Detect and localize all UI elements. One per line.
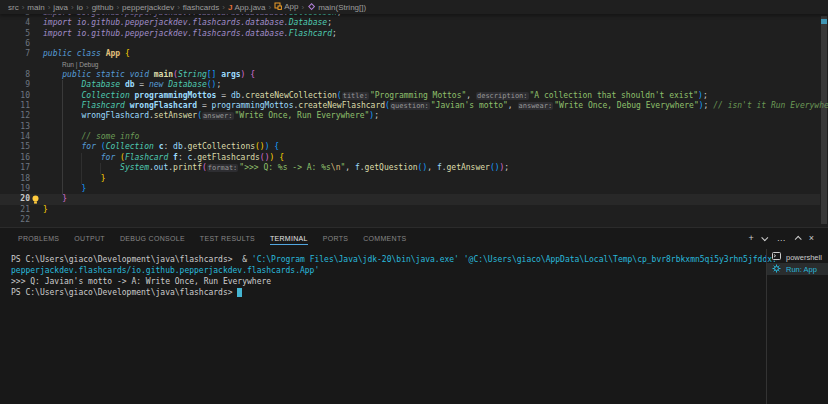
breadcrumb-item[interactable]: flashcards: [183, 3, 219, 12]
code-token: Flashcard: [125, 153, 168, 162]
code-line[interactable]: 13: [0, 122, 820, 132]
code-line[interactable]: 9 Database db = new Database();: [0, 80, 820, 90]
code-token: Database: [168, 80, 207, 89]
code-token: db: [125, 80, 135, 89]
code-line[interactable]: 5import io.github.pepperjackdev.flashcar…: [0, 29, 820, 39]
code-line[interactable]: 18 }: [0, 174, 820, 184]
code-line[interactable]: 17 System.out.printf(format:">>> Q: %s -…: [0, 163, 820, 173]
launch-profile-dropdown[interactable]: [763, 234, 768, 243]
panel-tab-problems[interactable]: PROBLEMS: [18, 232, 59, 245]
line-number: 12: [0, 111, 30, 121]
glyph-margin: [30, 205, 43, 215]
glyph-margin: [30, 18, 43, 28]
code-line[interactable]: 10 Collection programmingMottos = db.cre…: [0, 91, 820, 101]
code-token: getFlashcards: [197, 153, 260, 162]
breadcrumb-item[interactable]: pepperjackdev: [122, 3, 174, 12]
close-panel-button[interactable]: ×: [809, 234, 814, 243]
code-rows: 3import io.github.pepperjackdev.flashcar…: [0, 14, 820, 225]
breadcrumb-item[interactable]: src: [8, 3, 19, 12]
line-number: 8: [0, 70, 30, 80]
breadcrumb-item[interactable]: main: [27, 3, 44, 12]
code-line[interactable]: 22: [0, 215, 820, 225]
code-token: ">>> Q: %s -> A: %s: [239, 163, 331, 172]
breadcrumb-separator: ›: [86, 3, 89, 12]
line-number: 21: [0, 205, 30, 215]
code-line[interactable]: 20 }: [0, 194, 820, 204]
code-token: :: [163, 142, 173, 151]
code-token: '@C:\Users\giaco\AppData\Local\Temp\cp_b…: [464, 255, 777, 264]
terminal-list-item[interactable]: Run: App: [767, 263, 828, 275]
breadcrumb-folders: src›main›java›io›github›pepperjackdev›fl…: [8, 3, 228, 12]
code-line[interactable]: 14 // some info: [0, 132, 820, 142]
code-text: import io.github.pepperjackdev.flashcard…: [43, 18, 332, 28]
code-line[interactable]: 16 for (Flashcard f: c.getFlashcards()) …: [0, 153, 820, 163]
code-token: }: [82, 184, 87, 193]
new-terminal-button[interactable]: +: [748, 234, 753, 243]
breadcrumb-class-label: App: [284, 2, 298, 11]
glyph-margin: [30, 153, 43, 163]
code-token: Database: [289, 18, 328, 27]
code-line[interactable]: 15 for (Collection c: db.getCollections(…: [0, 142, 820, 152]
breadcrumb-item[interactable]: java: [53, 3, 68, 12]
code-line[interactable]: 4import io.github.pepperjackdev.flashcar…: [0, 18, 820, 28]
breadcrumb-item[interactable]: github: [92, 3, 114, 12]
code-line[interactable]: 6: [0, 39, 820, 49]
panel-tab-test-results[interactable]: TEST RESULTS: [200, 232, 255, 245]
code-token: :: [178, 153, 188, 162]
code-text: public class App {: [43, 49, 130, 59]
breadcrumb-file[interactable]: JApp.java: [228, 3, 266, 12]
code-text: public static void main(String[] args) {: [43, 70, 255, 80]
code-token: "A collection that shouldn't exist": [530, 91, 699, 100]
vscode-window: src›main›java›io›github›pepperjackdev›fl…: [0, 0, 828, 404]
line-number: 7: [0, 49, 30, 59]
code-token: }: [101, 174, 106, 183]
line-number: 16: [0, 153, 30, 163]
more-actions-button[interactable]: …: [777, 234, 786, 243]
codelens-run-link[interactable]: Run: [62, 61, 74, 68]
line-number: 20: [0, 194, 30, 204]
code-token: }: [62, 194, 67, 203]
code-line[interactable]: 19 }: [0, 184, 820, 194]
maximize-panel-button[interactable]: [795, 234, 800, 243]
panel-tab-terminal[interactable]: TERMINAL: [270, 232, 308, 245]
code-token: "Write Once, Run Everywhere": [235, 111, 370, 120]
code-token: "Write Once, Debug Everywhere": [554, 101, 699, 110]
panel-tab-debug-console[interactable]: DEBUG CONSOLE: [120, 232, 185, 245]
breadcrumb-separator: ›: [269, 3, 272, 12]
editor[interactable]: 3import io.github.pepperjackdev.flashcar…: [0, 14, 828, 227]
terminal[interactable]: PS C:\Users\giaco\Development\java\flash…: [0, 249, 777, 404]
code-token: String: [178, 70, 207, 79]
code-token: =: [135, 80, 149, 89]
code-line[interactable]: 8 public static void main(String[] args)…: [0, 70, 820, 80]
breadcrumb-method-symbol[interactable]: main(String[]): [307, 2, 366, 13]
panel-tab-ports[interactable]: PORTS: [323, 232, 349, 245]
line-number: 4: [0, 18, 30, 28]
breadcrumb-class-symbol[interactable]: App: [274, 2, 298, 12]
codelens-debug-link[interactable]: Debug: [79, 61, 98, 68]
panel-tab-output[interactable]: OUTPUT: [74, 232, 105, 245]
terminal-list-item[interactable]: powershell: [767, 251, 828, 263]
code-line[interactable]: 12 wrongFlashcard.setAnswer(answer:"Writ…: [0, 111, 820, 121]
code-line[interactable]: 11 Flashcard wrongFlashcard = programmin…: [0, 101, 820, 111]
code-token: getQuestion: [365, 163, 418, 172]
code-token: pepperjackdev.flashcards/io.github.peppe…: [11, 266, 319, 275]
editor-scrollbar[interactable]: [820, 14, 828, 227]
line-number: 9: [0, 80, 30, 90]
code-line[interactable]: 21}: [0, 205, 820, 215]
breadcrumb-item[interactable]: io: [77, 3, 83, 12]
code-line[interactable]: 7public class App {: [0, 49, 820, 59]
glyph-margin: [30, 80, 43, 90]
code-token: {: [125, 49, 130, 58]
code-token: {: [250, 70, 255, 79]
code-text: Flashcard wrongFlashcard = programmingMo…: [43, 101, 828, 111]
panel-tab-comments[interactable]: COMMENTS: [363, 232, 406, 245]
code-token: createNewCollection: [245, 91, 337, 100]
line-number: 18: [0, 174, 30, 184]
code-token: [43, 194, 62, 203]
codelens: Run | Debug: [0, 60, 820, 70]
code-token: {: [274, 142, 279, 151]
code-token: ;: [703, 91, 708, 100]
code-token: (): [255, 142, 265, 151]
editor-scrollbar-slider[interactable]: [821, 16, 827, 224]
panel-tab-bar: PROBLEMSOUTPUTDEBUG CONSOLETEST RESULTST…: [0, 228, 828, 249]
